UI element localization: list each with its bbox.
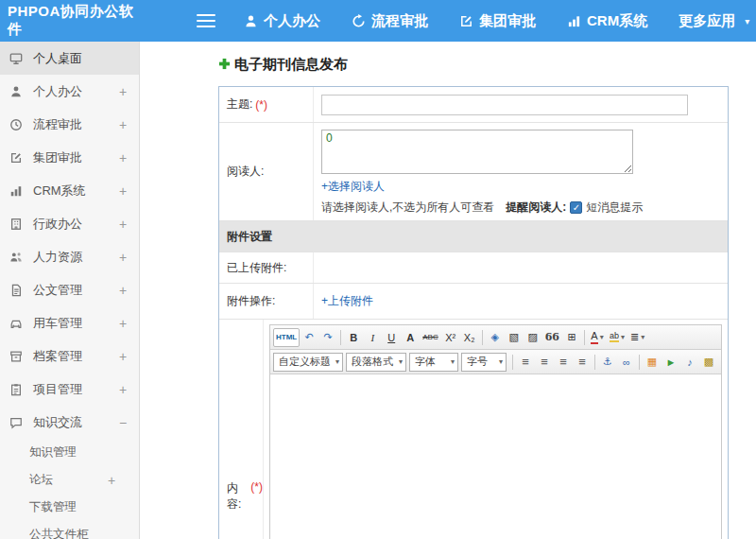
car-icon bbox=[9, 317, 28, 330]
readers-label: 阅读人: bbox=[219, 123, 314, 220]
toolbar-separator bbox=[512, 355, 513, 370]
bar-chart-icon bbox=[567, 14, 581, 28]
expand-toggle[interactable]: + bbox=[116, 217, 129, 232]
person-icon bbox=[244, 14, 258, 28]
strikethrough-button[interactable]: ABC bbox=[420, 328, 440, 347]
eraser-button[interactable]: ◈ bbox=[486, 328, 505, 347]
blockquote-button[interactable]: 66 bbox=[542, 328, 562, 347]
italic-button[interactable]: I bbox=[363, 328, 382, 347]
insert-table-button[interactable]: ⊞ bbox=[562, 328, 581, 347]
font-family-select[interactable]: 字体 ▾ bbox=[409, 353, 458, 372]
expand-toggle[interactable]: + bbox=[116, 150, 129, 165]
expand-toggle[interactable]: + bbox=[116, 250, 129, 265]
sidebar-item-public-file-cabinet[interactable]: 公共文件柜 bbox=[0, 521, 139, 539]
bold-button[interactable]: B bbox=[344, 328, 363, 347]
insert-map-button[interactable]: ▩ bbox=[699, 353, 718, 372]
nav-crm-system[interactable]: CRM系统 bbox=[567, 12, 647, 30]
document-icon bbox=[9, 284, 28, 297]
expand-toggle[interactable]: + bbox=[116, 349, 129, 364]
choose-readers-link[interactable]: +选择阅读人 bbox=[321, 179, 385, 195]
underline-button[interactable]: U bbox=[382, 328, 401, 347]
subject-input[interactable] bbox=[321, 95, 688, 115]
required-mark: (*) bbox=[250, 480, 263, 494]
menu-toggle-icon[interactable] bbox=[197, 14, 215, 28]
font-color-button[interactable]: A ▾ bbox=[588, 328, 607, 347]
insert-media-button[interactable]: ► bbox=[662, 353, 680, 372]
sidebar-item-knowledge-exchange[interactable]: 知识交流 − bbox=[0, 406, 139, 439]
form-row-readers: 阅读人: 0 +选择阅读人 请选择阅读人,不选为所有人可查看 提醒阅读人: ✓ … bbox=[219, 123, 728, 221]
sidebar-item-label: 用车管理 bbox=[33, 315, 116, 332]
redo-button[interactable]: ↷ bbox=[318, 328, 337, 347]
content-label: 内容: (*) bbox=[219, 320, 264, 539]
expand-toggle[interactable]: + bbox=[116, 382, 129, 397]
format-painter-button[interactable]: ▧ bbox=[505, 328, 524, 347]
font-size-select[interactable]: 字号 ▾ bbox=[461, 353, 507, 372]
nav-workflow-approval[interactable]: 流程审批 bbox=[352, 12, 428, 30]
sidebar-item-personal-desktop[interactable]: 个人桌面 bbox=[0, 42, 139, 75]
top-nav: 个人办公 流程审批 集团审批 CRM系统 更多应用 ▾ bbox=[244, 12, 749, 30]
paragraph-format-select[interactable]: 段落格式 ▾ bbox=[346, 353, 406, 372]
sidebar-item-forum[interactable]: 论坛 + bbox=[0, 466, 139, 494]
sidebar-item-crm-system[interactable]: CRM系统 + bbox=[0, 174, 139, 207]
sidebar-item-hr[interactable]: 人力资源 + bbox=[0, 240, 139, 273]
toolbar-separator bbox=[594, 355, 595, 370]
sidebar-item-vehicle-mgmt[interactable]: 用车管理 + bbox=[0, 306, 139, 339]
insert-music-button[interactable]: ♪ bbox=[680, 353, 699, 372]
subscript-button[interactable]: X₂ bbox=[460, 328, 479, 347]
edit-square-icon bbox=[9, 151, 28, 165]
sidebar-item-archive-mgmt[interactable]: 档案管理 + bbox=[0, 339, 139, 373]
toolbar-separator bbox=[340, 330, 341, 345]
nav-personal-office[interactable]: 个人办公 bbox=[244, 12, 320, 30]
sidebar-item-label: 论坛 bbox=[29, 472, 105, 488]
uploaded-field-cell bbox=[314, 252, 728, 283]
select-value: 自定义标题 bbox=[279, 355, 331, 369]
link-button[interactable]: ∞ bbox=[617, 353, 636, 372]
sidebar-item-knowledge-mgmt[interactable]: 知识管理 bbox=[0, 439, 139, 466]
form-row-attachment-op: 附件操作: +上传附件 bbox=[219, 284, 728, 320]
sidebar-item-download-mgmt[interactable]: 下载管理 bbox=[0, 494, 139, 521]
collapse-toggle[interactable]: − bbox=[116, 415, 129, 430]
nav-label: 流程审批 bbox=[371, 12, 428, 30]
sidebar-item-label: 公共文件柜 bbox=[29, 527, 105, 539]
toolbar-separator bbox=[482, 330, 483, 345]
upload-attachment-link[interactable]: +上传附件 bbox=[321, 293, 373, 309]
align-justify-button[interactable]: ≡ bbox=[573, 353, 592, 372]
sms-checkbox[interactable]: ✓ bbox=[570, 201, 582, 214]
superscript-button[interactable]: X² bbox=[441, 328, 460, 347]
readers-textarea[interactable]: 0 bbox=[321, 130, 633, 174]
align-right-button[interactable]: ≡ bbox=[554, 353, 573, 372]
expand-toggle[interactable]: + bbox=[116, 283, 129, 298]
expand-toggle[interactable]: + bbox=[116, 84, 129, 99]
sidebar-item-label: 人力资源 bbox=[33, 249, 116, 266]
editor-content-area[interactable] bbox=[270, 374, 721, 539]
nav-more-apps[interactable]: 更多应用 ▾ bbox=[679, 12, 749, 30]
expand-toggle[interactable]: + bbox=[116, 183, 129, 199]
align-center-button[interactable]: ≡ bbox=[535, 353, 554, 372]
sidebar-item-personal-office[interactable]: 个人办公 + bbox=[0, 75, 139, 108]
align-left-button[interactable]: ≡ bbox=[516, 353, 535, 372]
nav-group-approval[interactable]: 集团审批 bbox=[459, 12, 536, 30]
insert-image-button[interactable]: ▦ bbox=[643, 353, 662, 372]
list-style-button[interactable]: ≣ ▾ bbox=[627, 328, 647, 347]
sidebar-item-workflow-approval[interactable]: 流程审批 + bbox=[0, 108, 139, 141]
expand-toggle[interactable]: + bbox=[116, 316, 129, 331]
select-value: 段落格式 bbox=[352, 355, 393, 369]
main-content: 电子期刊信息发布 主题: (*) 阅读人: 0 +选择阅读人 请选择阅读人,不选… bbox=[141, 42, 756, 539]
fill-color-button[interactable]: ▨ bbox=[524, 328, 542, 347]
expand-toggle[interactable]: + bbox=[105, 473, 118, 488]
sidebar-item-project-mgmt[interactable]: 项目管理 + bbox=[0, 373, 139, 406]
html-source-button[interactable]: HTML bbox=[273, 328, 300, 347]
sidebar-item-group-approval[interactable]: 集团审批 + bbox=[0, 141, 139, 174]
highlight-color-button[interactable]: ab ▾ bbox=[607, 328, 627, 347]
font-style-button[interactable]: A bbox=[401, 328, 420, 347]
sidebar-item-admin-office[interactable]: 行政办公 + bbox=[0, 207, 139, 240]
edit-square-icon bbox=[459, 14, 473, 28]
sidebar-item-document-mgmt[interactable]: 公文管理 + bbox=[0, 273, 139, 306]
sidebar-item-label: 个人桌面 bbox=[33, 50, 116, 67]
anchor-button[interactable]: ⚓ bbox=[598, 353, 617, 372]
expand-toggle[interactable]: + bbox=[116, 117, 129, 132]
select-value: 字体 bbox=[415, 355, 436, 369]
heading-select[interactable]: 自定义标题 ▾ bbox=[273, 353, 343, 372]
undo-button[interactable]: ↶ bbox=[300, 328, 318, 347]
sidebar-item-label: 档案管理 bbox=[33, 348, 116, 365]
